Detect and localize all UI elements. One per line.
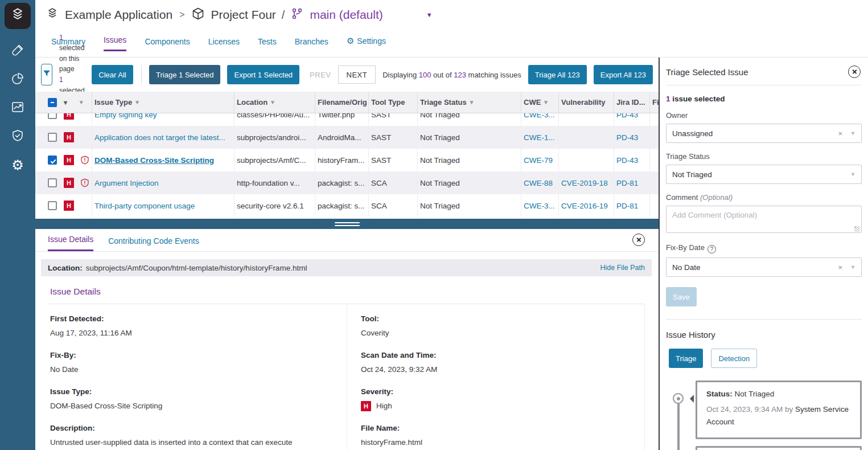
hide-file-path-link[interactable]: Hide File Path <box>600 264 645 272</box>
cwe-link[interactable]: CWE-88 <box>524 179 553 187</box>
table-row[interactable]: H Application does not target the latest… <box>35 126 659 149</box>
tab-settings[interactable]: ⚙ Settings <box>347 36 386 51</box>
sidebar-item-reports[interactable] <box>10 72 25 87</box>
issue-type-link[interactable]: Argument Injection <box>94 179 159 187</box>
tab-licenses[interactable]: Licenses <box>208 37 240 51</box>
history-triage-button[interactable]: Triage <box>669 349 703 368</box>
table-row[interactable]: H Argument Injection http-foundation v..… <box>35 171 659 194</box>
owner-caret-icon[interactable]: ▼ <box>850 130 855 136</box>
column-header-tool-type[interactable]: Tool Type <box>369 92 418 113</box>
field-label: Description: <box>50 424 333 432</box>
tab-issues[interactable]: Issues <box>104 35 126 51</box>
next-page-button[interactable]: NEXT <box>338 66 376 84</box>
column-header-vulnerability[interactable]: Vulnerability <box>559 92 614 113</box>
issues-table-header: ▾ ▾ Issue Type▾ Location▾ Filename/Orig … <box>35 92 659 113</box>
field-value: Untrusted user-supplied data is inserted… <box>50 437 318 450</box>
breadcrumb: Example Application > Project Four / mai… <box>46 0 868 27</box>
triage-status-caret-icon[interactable]: ▼ <box>850 171 855 177</box>
date-caret-icon[interactable]: ▼ <box>850 264 855 270</box>
row-checkbox[interactable] <box>48 113 57 119</box>
row-checkbox[interactable] <box>48 156 57 165</box>
select-all-checkbox[interactable] <box>48 98 57 107</box>
issue-type-link[interactable]: DOM-Based Cross-Site Scripting <box>94 156 214 165</box>
issue-type-link[interactable]: Third-party component usage <box>94 202 195 210</box>
cwe-link[interactable]: CWE-3... <box>524 202 555 210</box>
column-header-triage-status[interactable]: Triage Status▾ <box>418 92 521 113</box>
breadcrumb-app-name[interactable]: Example Application <box>65 8 172 22</box>
jira-link[interactable]: PD-81 <box>616 179 638 187</box>
clear-all-button[interactable]: Clear All <box>92 65 133 84</box>
comment-input[interactable] <box>666 206 862 233</box>
triage-all-button[interactable]: Triage All 123 <box>528 65 587 84</box>
column-header-cwe[interactable]: CWE▾ <box>521 92 559 113</box>
sidebar-item-metrics[interactable] <box>10 101 25 116</box>
help-icon[interactable]: ? <box>707 245 716 253</box>
column-header-issue-type[interactable]: Issue Type▾ <box>92 92 235 113</box>
tab-contributing-code-events[interactable]: Contributing Code Events <box>108 236 199 251</box>
fix-by-date-select[interactable]: No Date × ▼ <box>666 257 862 277</box>
gear-icon: ⚙ <box>11 157 24 173</box>
line-chart-icon <box>11 100 24 116</box>
owner-select[interactable]: Unassigned × ▼ <box>666 124 862 143</box>
jira-link[interactable]: PD-43 <box>616 133 638 142</box>
location-path: subprojects/Amf/Coupon/html-template/his… <box>86 264 307 272</box>
breadcrumb-project-name[interactable]: Project Four <box>211 8 275 22</box>
close-details-icon[interactable] <box>632 234 645 246</box>
tab-components[interactable]: Components <box>145 37 190 51</box>
clear-date-icon[interactable]: × <box>838 263 842 272</box>
jira-link[interactable]: PD-81 <box>616 202 638 210</box>
section-title: Issue Details <box>49 285 645 304</box>
sidebar-item-policies[interactable] <box>10 129 25 144</box>
layers-icon <box>46 7 59 23</box>
cwe-link[interactable]: CWE-1... <box>524 133 555 142</box>
sidebar-item-tests[interactable] <box>10 44 25 59</box>
row-checkbox[interactable] <box>48 133 57 142</box>
severity-sort-caret-icon[interactable]: ▾ <box>64 99 67 107</box>
cwe-link[interactable]: CWE-79 <box>524 156 553 165</box>
issue-type-link[interactable]: Application does not target the latest..… <box>94 133 225 142</box>
tab-issue-details[interactable]: Issue Details <box>48 235 93 251</box>
pie-chart-icon <box>11 72 24 88</box>
field-label: Scan Date and Time: <box>361 351 631 359</box>
details-tabs: Issue Details Contributing Code Events <box>35 229 659 252</box>
triage-status-cell: Not Triaged <box>418 171 521 194</box>
issue-type-link[interactable]: Empty signing key <box>94 113 157 119</box>
cwe-link[interactable]: CWE-3... <box>524 113 555 119</box>
tool-type-cell: SAST <box>369 113 418 126</box>
location-cell: security-core v2.6.1 <box>235 194 315 217</box>
column-header-location[interactable]: Location▾ <box>235 92 315 113</box>
table-row-selected[interactable]: H DOM-Based Cross-Site Scripting subproj… <box>35 149 659 171</box>
field-value: Aug 17, 2023, 11:16 AM <box>50 328 312 339</box>
column-header-jira-id[interactable]: Jira ID... <box>614 92 650 113</box>
project-tabs: Summary Issues Components Licenses Tests… <box>46 27 868 51</box>
breadcrumb-branch-name[interactable]: main (default) <box>310 8 382 22</box>
column-header-filename[interactable]: Filename/Orig <box>315 92 369 113</box>
triage-selected-button[interactable]: Triage 1 Selected <box>149 65 220 84</box>
export-selected-button[interactable]: Export 1 Selected <box>227 65 299 84</box>
table-row[interactable]: H Empty signing key classes/PHPixie/Au..… <box>35 113 659 126</box>
row-checkbox[interactable] <box>48 178 57 187</box>
table-row[interactable]: H Third-party component usage security-c… <box>35 194 659 217</box>
tab-tests[interactable]: Tests <box>258 37 277 51</box>
save-button[interactable]: Save <box>666 287 697 306</box>
close-triage-panel-icon[interactable] <box>848 66 861 78</box>
branch-dropdown-caret-icon[interactable]: ▼ <box>426 11 433 18</box>
field-label: Issue Type: <box>50 387 333 396</box>
jira-link[interactable]: PD-43 <box>616 156 638 165</box>
vulnerability-link[interactable]: CVE-2019-18 <box>561 179 608 187</box>
vulnerability-link[interactable]: CVE-2016-19 <box>561 202 608 210</box>
app-logo[interactable] <box>5 3 31 29</box>
clear-owner-icon[interactable]: × <box>838 129 842 138</box>
export-all-button[interactable]: Export All 123 <box>594 65 653 84</box>
sidebar-item-admin[interactable]: ⚙ <box>10 158 25 173</box>
tab-branches[interactable]: Branches <box>295 37 328 51</box>
filter-button[interactable] <box>41 64 52 85</box>
triage-status-select[interactable]: Not Triaged ▼ <box>666 165 862 184</box>
shield-sort-caret-icon[interactable]: ▾ <box>80 99 83 106</box>
history-detection-button[interactable]: Detection <box>711 349 757 368</box>
panel-resize-splitter[interactable] <box>35 219 659 229</box>
prev-page-button[interactable]: PREV <box>310 71 331 79</box>
row-checkbox[interactable] <box>48 201 57 210</box>
jira-link[interactable]: PD-43 <box>616 113 638 119</box>
column-header-fix[interactable]: Fi <box>650 92 659 113</box>
